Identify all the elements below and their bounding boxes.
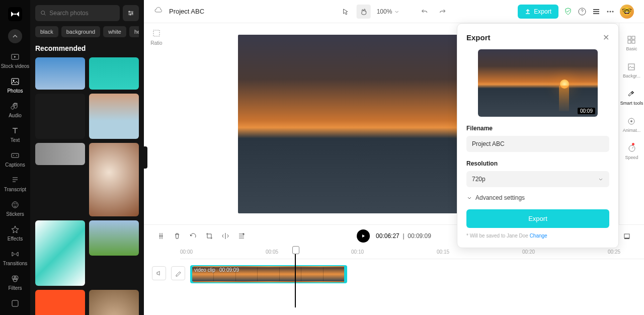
ratio-icon (151, 28, 162, 38)
nav-more[interactable] (0, 295, 30, 314)
section-title: Recommended (35, 44, 139, 52)
search-box[interactable] (35, 5, 120, 21)
back-button[interactable] (8, 29, 22, 43)
export-panel-title: Export (466, 33, 491, 42)
photo-thumbnail[interactable] (35, 220, 85, 286)
time-display: 00:06:27 | 00:09:09 (376, 232, 431, 240)
redo-button[interactable] (435, 5, 449, 19)
top-bar: Project ABC 100% Export 🤓 (144, 0, 644, 23)
shield-icon[interactable] (564, 7, 573, 16)
photo-thumbnail[interactable] (35, 94, 85, 139)
clip-handle-right[interactable] (344, 266, 347, 282)
nav-stickers[interactable]: Stickers (0, 196, 30, 221)
split-button[interactable] (154, 229, 168, 243)
resolution-select[interactable]: 720p (466, 171, 609, 187)
nav-filters[interactable]: Filters (0, 270, 30, 295)
tag-item[interactable]: background (61, 26, 101, 37)
svg-rect-25 (632, 40, 635, 43)
search-input[interactable] (49, 10, 115, 17)
svg-point-13 (41, 11, 45, 15)
svg-point-15 (132, 13, 133, 14)
undo-button[interactable] (417, 5, 431, 19)
nav-captions[interactable]: Captions (0, 147, 30, 172)
help-icon[interactable] (578, 7, 587, 16)
advanced-settings-toggle[interactable]: Advanced settings (466, 194, 609, 201)
svg-rect-12 (12, 300, 18, 306)
nav-transitions[interactable]: Transitions (0, 246, 30, 270)
photo-thumbnail[interactable] (89, 143, 139, 216)
photo-thumbnail[interactable] (89, 290, 139, 315)
nav-text[interactable]: Text (0, 122, 30, 147)
chevron-up-icon (12, 33, 18, 39)
playhead[interactable] (295, 247, 296, 307)
chevron-down-icon (394, 9, 399, 14)
collapse-handle[interactable] (143, 146, 147, 169)
tag-item[interactable]: white (103, 26, 126, 37)
mute-track-button[interactable] (152, 266, 166, 280)
mirror-button[interactable] (218, 229, 232, 243)
nav-stock-videos[interactable]: Stock videos (0, 48, 30, 73)
filename-input[interactable] (466, 136, 609, 152)
svg-rect-30 (624, 234, 629, 238)
svg-rect-5 (12, 153, 19, 158)
photo-thumbnail[interactable] (89, 220, 139, 256)
svg-rect-22 (628, 36, 631, 39)
timeline-ruler[interactable]: 00:00 00:05 00:10 00:15 00:20 00:25 (180, 247, 644, 259)
rail-smart-tools[interactable]: Smart tools (620, 90, 643, 106)
svg-rect-1 (14, 14, 16, 15)
photo-thumbnail[interactable] (89, 57, 139, 90)
wand-icon (627, 90, 636, 99)
svg-point-28 (630, 120, 632, 122)
nav-effects[interactable]: Effects (0, 221, 30, 246)
layers-icon[interactable] (592, 7, 601, 16)
sliders-icon (127, 10, 134, 17)
play-icon (361, 233, 366, 239)
photo-thumbnail[interactable] (35, 57, 85, 90)
nav-label: Transcript (4, 187, 26, 192)
more-icon[interactable] (606, 7, 615, 16)
export-panel: Export ✕ 00:09 Filename Resolution 720p … (457, 23, 619, 248)
nav-transcript[interactable]: Transcript (0, 172, 30, 196)
tag-item[interactable]: black (35, 26, 58, 37)
nav-audio[interactable]: Audio (0, 98, 30, 122)
edit-track-button[interactable] (171, 266, 185, 280)
pointer-tool[interactable] (339, 5, 353, 19)
svg-point-20 (612, 11, 614, 12)
play-button[interactable] (357, 229, 370, 243)
video-clip[interactable]: video clip 00:09:09 (190, 265, 347, 283)
photo-thumbnail[interactable] (35, 290, 85, 315)
user-avatar[interactable]: 🤓 (620, 5, 634, 19)
svg-point-4 (13, 80, 15, 82)
crop-button[interactable] (202, 229, 216, 243)
ratio-button[interactable]: Ratio (150, 28, 162, 46)
redo-icon (439, 8, 446, 15)
photo-thumbnail[interactable] (35, 143, 85, 165)
export-submit-button[interactable]: Export (466, 209, 609, 228)
photo-thumbnail[interactable] (89, 94, 139, 139)
rail-animation[interactable]: Animat... (623, 117, 641, 133)
delete-button[interactable] (170, 229, 184, 243)
nav-photos[interactable]: Photos (0, 73, 30, 98)
media-panel: black background white he Recommended (30, 0, 144, 315)
close-button[interactable]: ✕ (603, 33, 609, 42)
auto-button[interactable] (234, 229, 249, 243)
video-icon (11, 52, 20, 61)
export-button[interactable]: Export (518, 5, 558, 19)
app-logo[interactable] (6, 5, 24, 23)
rail-basic[interactable]: Basic (626, 35, 637, 51)
pencil-icon (175, 270, 182, 277)
change-link[interactable]: Change (530, 233, 547, 239)
svg-rect-21 (153, 30, 159, 36)
expand-button[interactable] (620, 229, 634, 243)
rotate-button[interactable] (186, 229, 200, 243)
zoom-level[interactable]: 100% (377, 8, 399, 15)
track-lane[interactable]: video clip 00:09:09 (190, 265, 644, 286)
rail-speed[interactable]: Speed (625, 144, 638, 160)
filter-button[interactable] (123, 5, 139, 21)
rail-background[interactable]: Backgr... (623, 62, 640, 78)
hand-tool[interactable] (357, 5, 371, 19)
adjust-icon (11, 299, 20, 308)
filters-icon (11, 274, 20, 283)
project-name[interactable]: Project ABC (169, 8, 204, 15)
tag-item[interactable]: he (129, 26, 139, 37)
